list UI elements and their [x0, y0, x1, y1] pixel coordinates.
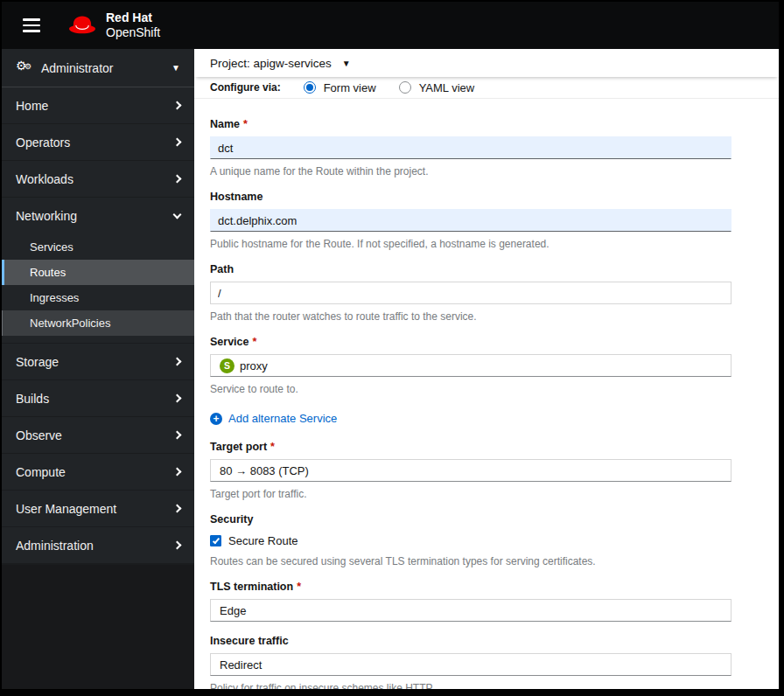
required-asterisk: * [270, 441, 275, 453]
sidebar-item-networkpolicies[interactable]: NetworkPolicies [2, 310, 194, 336]
caret-down-icon: ▼ [713, 361, 722, 371]
insecure-traffic-dropdown-value: Redirect [220, 658, 262, 672]
chevron-right-icon [173, 394, 182, 403]
cogs-icon: ⚙⚙ [16, 61, 33, 75]
perspective-label: Administrator [41, 61, 113, 75]
chevron-right-icon [173, 468, 182, 477]
target-port-dropdown-value: 80 → 8083 (TCP) [220, 464, 309, 477]
radio-form-view[interactable]: Form view [304, 81, 376, 94]
chevron-right-icon [173, 175, 182, 184]
insecure-traffic-field-group: Insecure traffic Redirect ▼ Policy for t… [210, 635, 732, 689]
security-field-group: Security Secure Route Routes can be secu… [210, 513, 732, 567]
path-field-group: Path Path that the router watches to rou… [210, 263, 732, 323]
caret-down-icon: ▼ [713, 660, 722, 670]
caret-down-icon: ▼ [713, 606, 722, 616]
plus-circle-icon: + [210, 413, 222, 425]
app-window: Red Hat OpenShift ⚙⚙ Administrator ▼ Hom… [0, 0, 784, 696]
radio-yaml-view[interactable]: YAML view [399, 81, 475, 94]
configure-via-label: Configure via: [210, 81, 281, 94]
insecure-traffic-label: Insecure traffic [210, 635, 732, 647]
service-dropdown-value: proxy [240, 359, 268, 372]
insecure-traffic-help: Policy for traffic on insecure schemes l… [210, 682, 732, 689]
sidebar-item-administration[interactable]: Administration [2, 527, 194, 564]
sidebar-item-ingresses[interactable]: Ingresses [2, 285, 194, 310]
nav-toggle-button[interactable] [16, 11, 47, 39]
sidebar-item-builds[interactable]: Builds [2, 380, 194, 417]
sidebar-item-user-management[interactable]: User Management [2, 491, 194, 527]
tls-termination-dropdown-value: Edge [220, 604, 246, 617]
check-icon [212, 536, 219, 544]
hostname-label: Hostname [210, 191, 732, 203]
caret-down-icon: ▼ [342, 59, 351, 68]
required-asterisk: * [243, 118, 248, 130]
route-form: Name* A unique name for the Route within… [194, 99, 732, 689]
sidebar-item-operators[interactable]: Operators [2, 124, 194, 161]
sidebar-item-home[interactable]: Home [2, 87, 194, 124]
chevron-down-icon [173, 211, 182, 219]
openshift-console: Red Hat OpenShift ⚙⚙ Administrator ▼ Hom… [2, 2, 779, 689]
sidebar-item-workloads[interactable]: Workloads [2, 161, 194, 198]
target-port-label: Target port* [210, 441, 732, 453]
hostname-field-group: Hostname Public hostname for the Route. … [210, 191, 732, 250]
radio-unchecked-icon [399, 81, 411, 94]
chevron-right-icon [173, 358, 182, 366]
perspective-switcher[interactable]: ⚙⚙ Administrator ▼ [2, 49, 194, 87]
secure-route-row: Secure Route [210, 534, 732, 547]
tls-termination-dropdown[interactable]: Edge ▼ [210, 599, 732, 622]
required-asterisk: * [252, 336, 256, 348]
required-asterisk: * [297, 581, 301, 593]
chevron-right-icon [173, 505, 182, 513]
secure-route-checkbox[interactable] [210, 535, 221, 546]
brand-logo: Red Hat OpenShift [66, 10, 160, 40]
chevron-right-icon [173, 101, 182, 110]
chevron-right-icon [173, 541, 182, 550]
path-input[interactable] [210, 282, 732, 304]
path-help: Path that the router watches to route tr… [210, 310, 732, 323]
security-label: Security [210, 513, 732, 525]
tls-termination-field-group: TLS termination* Edge ▼ [210, 581, 732, 622]
chevron-right-icon [173, 138, 182, 147]
insecure-traffic-dropdown[interactable]: Redirect ▼ [210, 653, 732, 676]
brand-line2: OpenShift [106, 25, 160, 40]
target-port-field-group: Target port* 80 → 8083 (TCP) ▼ Target po… [210, 441, 732, 500]
target-port-help: Target port for traffic. [210, 488, 732, 500]
sidebar-nav: ⚙⚙ Administrator ▼ Home Operators Worklo… [2, 49, 194, 689]
chevron-right-icon [173, 431, 182, 440]
sidebar-item-services[interactable]: Services [2, 234, 194, 260]
hamburger-icon [23, 18, 40, 21]
brand-text: Red Hat OpenShift [106, 10, 160, 40]
sidebar-item-storage[interactable]: Storage [2, 344, 194, 380]
path-label: Path [210, 263, 732, 275]
tls-termination-label: TLS termination* [210, 581, 732, 593]
caret-down-icon: ▼ [713, 466, 722, 476]
sidebar-filler [2, 564, 194, 689]
service-dropdown[interactable]: S proxy ▼ [210, 354, 732, 377]
configure-via-row: Configure via: Form view YAML view [194, 77, 779, 99]
target-port-dropdown[interactable]: 80 → 8083 (TCP) ▼ [210, 459, 732, 482]
project-selector[interactable]: Project: apigw-services ▼ [194, 49, 779, 77]
name-label: Name* [210, 118, 732, 130]
sidebar-item-routes[interactable]: Routes [2, 260, 194, 285]
main-content: Project: apigw-services ▼ Configure via:… [194, 49, 779, 689]
sidebar-item-compute[interactable]: Compute [2, 454, 194, 491]
radio-checked-icon [304, 81, 316, 94]
form-scroll-area[interactable]: Name* A unique name for the Route within… [194, 99, 779, 689]
service-label: Service* [210, 336, 732, 348]
service-help: Service to route to. [210, 383, 732, 395]
networking-sub-list: Services Routes Ingresses NetworkPolicie… [2, 234, 194, 344]
caret-down-icon: ▼ [172, 63, 180, 73]
masthead: Red Hat OpenShift [2, 2, 779, 49]
add-alternate-service-link[interactable]: + Add alternate Service [210, 412, 337, 425]
security-help: Routes can be secured using several TLS … [210, 555, 732, 567]
sidebar-item-observe[interactable]: Observe [2, 417, 194, 454]
service-resource-icon: S [220, 358, 234, 373]
sidebar-item-networking[interactable]: Networking [2, 198, 194, 234]
name-help: A unique name for the Route within the p… [210, 165, 732, 177]
name-input[interactable] [210, 136, 732, 159]
nav-list: Home Operators Workloads Networking [2, 87, 194, 564]
hostname-input[interactable] [210, 209, 732, 232]
redhat-fedora-icon [66, 14, 98, 37]
hostname-help: Public hostname for the Route. If not sp… [210, 238, 732, 250]
name-field-group: Name* A unique name for the Route within… [210, 118, 732, 177]
service-field-group: Service* S proxy ▼ Service to route to. [210, 336, 732, 395]
